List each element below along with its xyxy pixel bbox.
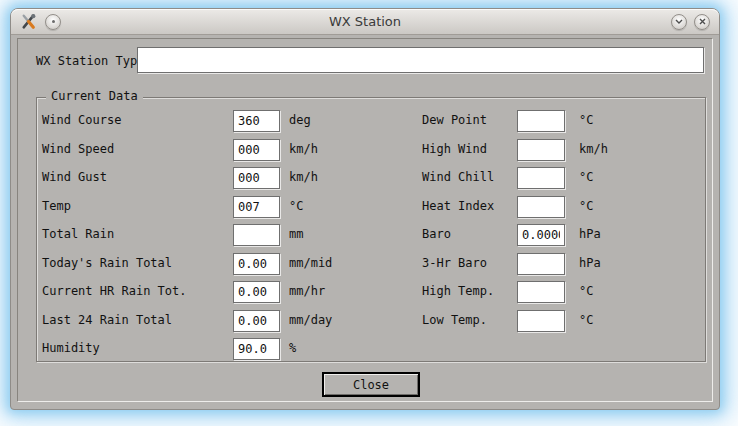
field-row: Dew Point°C: [422, 110, 702, 132]
field-input[interactable]: [517, 281, 565, 303]
field-row: Wind Gustkm/h: [42, 167, 372, 189]
field-input[interactable]: [517, 139, 565, 161]
menu-dot-icon: [52, 20, 55, 23]
field-label: Temp: [42, 199, 71, 213]
window-menu-button[interactable]: [45, 14, 61, 30]
field-label: Low Temp.: [422, 313, 487, 327]
right-field-column: Dew Point°CHigh Windkm/hWind Chill°CHeat…: [422, 110, 702, 338]
field-row: Temp°C: [42, 196, 372, 218]
field-label: Heat Index: [422, 199, 494, 213]
field-input[interactable]: [233, 253, 280, 275]
field-input[interactable]: [517, 196, 565, 218]
field-input[interactable]: [233, 110, 280, 132]
field-unit: km/h: [289, 170, 318, 184]
field-unit: °C: [579, 284, 593, 298]
field-input[interactable]: [233, 338, 280, 360]
field-row: Today's Rain Totalmm/mid: [42, 253, 372, 275]
field-label: Dew Point: [422, 113, 487, 127]
tools-app-icon: [20, 13, 37, 30]
field-label: Today's Rain Total: [42, 256, 172, 270]
field-label: Total Rain: [42, 227, 114, 241]
field-unit: hPa: [579, 256, 601, 270]
field-row: Wind Coursedeg: [42, 110, 372, 132]
wx-station-window: WX Station WX Station Type Current Data …: [10, 8, 720, 410]
field-unit: mm: [289, 227, 303, 241]
field-row: Total Rainmm: [42, 224, 372, 246]
close-x-icon: [699, 18, 706, 25]
field-row: 3-Hr BarohPa: [422, 253, 702, 275]
field-label: 3-Hr Baro: [422, 256, 487, 270]
field-label: Last 24 Rain Total: [42, 313, 172, 327]
left-field-column: Wind CoursedegWind Speedkm/hWind Gustkm/…: [42, 110, 372, 367]
field-input[interactable]: [517, 253, 565, 275]
field-label: Current HR Rain Tot.: [42, 284, 187, 298]
field-row: Low Temp.°C: [422, 310, 702, 332]
field-input[interactable]: [233, 167, 280, 189]
field-input[interactable]: [517, 167, 565, 189]
field-unit: km/h: [289, 142, 318, 156]
field-unit: deg: [289, 113, 311, 127]
station-type-input[interactable]: [137, 47, 704, 73]
field-row: Heat Index°C: [422, 196, 702, 218]
field-label: Wind Course: [42, 113, 121, 127]
field-input[interactable]: [517, 110, 565, 132]
field-input[interactable]: [233, 224, 280, 246]
field-row: Wind Chill°C: [422, 167, 702, 189]
current-data-group-title: Current Data: [46, 89, 143, 103]
field-row: High Temp.°C: [422, 281, 702, 303]
field-input[interactable]: [517, 310, 565, 332]
field-input[interactable]: [233, 310, 280, 332]
field-row: High Windkm/h: [422, 139, 702, 161]
field-row: Current HR Rain Tot.mm/hr: [42, 281, 372, 303]
field-label: High Temp.: [422, 284, 494, 298]
field-row: Wind Speedkm/h: [42, 139, 372, 161]
window-body: WX Station Type Current Data Wind Course…: [11, 35, 719, 409]
field-unit: km/h: [579, 142, 608, 156]
field-label: Humidity: [42, 341, 100, 355]
close-window-button[interactable]: [694, 14, 710, 30]
field-label: Baro: [422, 227, 451, 241]
chevron-down-icon: [675, 19, 683, 24]
field-label: Wind Chill: [422, 170, 494, 184]
field-label: Wind Speed: [42, 142, 114, 156]
field-label: High Wind: [422, 142, 487, 156]
shade-button[interactable]: [671, 14, 687, 30]
field-unit: °C: [289, 199, 303, 213]
field-unit: °C: [579, 170, 593, 184]
field-unit: °C: [579, 313, 593, 327]
field-input[interactable]: [233, 196, 280, 218]
titlebar[interactable]: WX Station: [11, 9, 719, 35]
field-unit: °C: [579, 113, 593, 127]
field-input[interactable]: [517, 224, 565, 246]
field-label: Wind Gust: [42, 170, 107, 184]
field-unit: °C: [579, 199, 593, 213]
field-input[interactable]: [233, 139, 280, 161]
current-data-group: Current Data Wind CoursedegWind Speedkm/…: [36, 97, 706, 362]
field-unit: mm/mid: [289, 256, 332, 270]
field-row: Last 24 Rain Totalmm/day: [42, 310, 372, 332]
field-row: Humidity%: [42, 338, 372, 360]
field-unit: hPa: [579, 227, 601, 241]
close-button[interactable]: Close: [322, 372, 420, 397]
field-unit: %: [289, 341, 296, 355]
field-unit: mm/hr: [289, 284, 325, 298]
station-type-label: WX Station Type: [36, 54, 144, 68]
field-input[interactable]: [233, 281, 280, 303]
window-title: WX Station: [11, 14, 719, 29]
field-row: BarohPa: [422, 224, 702, 246]
field-unit: mm/day: [289, 313, 332, 327]
